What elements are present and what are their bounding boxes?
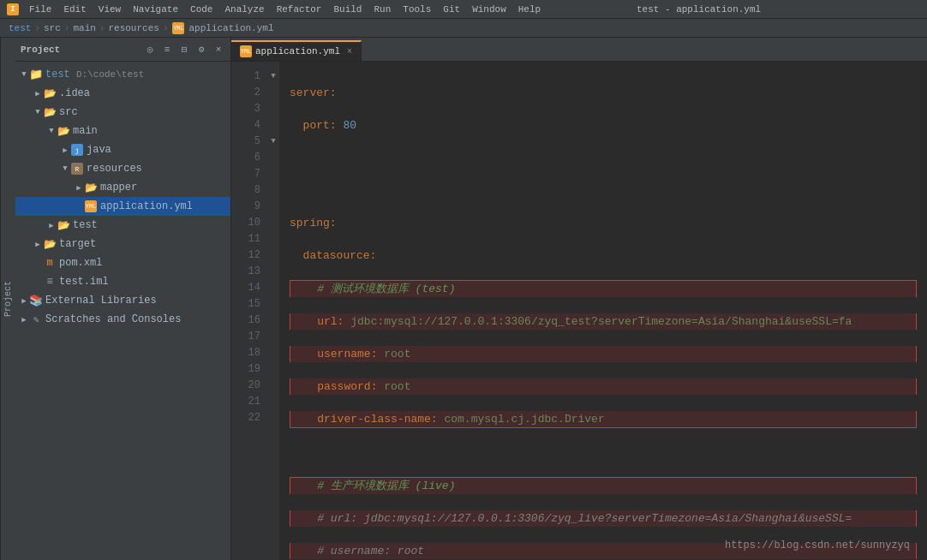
breadcrumb-main[interactable]: main <box>73 23 95 33</box>
menu-refactor[interactable]: Refactor <box>272 3 327 15</box>
sidebar-close-btn[interactable]: × <box>212 43 225 57</box>
sidebar-settings-btn[interactable]: ⚙ <box>194 43 208 57</box>
folder-icon: 📂 <box>57 124 70 138</box>
menu-build[interactable]: Build <box>328 3 367 15</box>
res-folder-icon: R <box>70 162 84 176</box>
sidebar-item-test-folder[interactable]: ▶ 📂 test <box>15 216 230 235</box>
sidebar-locate-btn[interactable]: ◎ <box>143 43 157 57</box>
breadcrumb: test › src › main › resources › YML appl… <box>0 19 927 38</box>
titlebar: I File Edit View Navigate Code Analyze R… <box>0 0 927 19</box>
code-line-12 <box>290 444 917 461</box>
menu-help[interactable]: Help <box>513 3 546 15</box>
arrow-icon: ▶ <box>46 220 57 230</box>
arrow-icon: ▶ <box>33 88 43 98</box>
gutter: ▼ ▼ <box>267 62 279 560</box>
project-panel-label[interactable]: Project <box>0 38 15 560</box>
folder-icon: 📂 <box>43 105 57 119</box>
sidebar-title: Project <box>21 45 140 55</box>
folder-icon: 📂 <box>57 218 70 232</box>
folder-icon: 📂 <box>84 181 98 194</box>
arrow-icon: ▼ <box>60 164 70 174</box>
line-numbers: 1 2 3 4 5 6 7 8 9 10 11 12 13 14 15 16 1… <box>231 62 267 560</box>
code-area[interactable]: 1 2 3 4 5 6 7 8 9 10 11 12 13 14 15 16 1… <box>231 62 927 560</box>
breadcrumb-test[interactable]: test <box>9 23 31 33</box>
code-line-1: server: <box>290 85 917 101</box>
menu-tools[interactable]: Tools <box>398 3 436 15</box>
watermark: https://blog.csdn.net/sunnyzyq <box>725 539 910 551</box>
iml-icon: ≡ <box>43 275 57 289</box>
sidebar-item-main[interactable]: ▼ 📂 main <box>15 122 230 140</box>
main-area: Project Project ◎ ≡ ⊟ ⚙ × ▼ 📁 test D:\co… <box>0 38 927 560</box>
breadcrumb-resources[interactable]: resources <box>108 23 158 33</box>
menu-view[interactable]: View <box>93 3 126 15</box>
code-line-14: # url: jdbc:mysql://127.0.0.1:3306/zyq_l… <box>290 510 917 527</box>
menu-file[interactable]: File <box>24 3 57 15</box>
menu-git[interactable]: Git <box>438 3 465 15</box>
breadcrumb-src[interactable]: src <box>44 23 61 33</box>
breadcrumb-file: application.yml <box>188 23 273 33</box>
sidebar-item-external-libraries[interactable]: ▶ 📚 External Libraries <box>15 291 230 310</box>
code-line-4 <box>290 182 917 199</box>
project-icon: 📁 <box>29 68 43 81</box>
code-content[interactable]: server: port: 80 spring: datasource: # 测… <box>279 62 927 560</box>
menu-analyze[interactable]: Analyze <box>219 3 269 15</box>
sidebar-tree: ▼ 📁 test D:\code\test ▶ 📂 .idea ▼ 📂 src <box>15 62 230 560</box>
arrow-icon: ▼ <box>33 107 43 117</box>
tab-application-yml[interactable]: YML application.yml × <box>231 40 362 61</box>
code-line-11: driver-class-name: com.mysql.cj.jdbc.Dri… <box>290 411 917 428</box>
menu-code[interactable]: Code <box>185 3 218 15</box>
java-folder-icon: j <box>70 143 84 157</box>
sidebar-sort-btn[interactable]: ≡ <box>160 43 174 57</box>
editor-panel: YML application.yml × 1 2 3 4 5 6 7 8 9 … <box>231 38 927 560</box>
tab-close-icon[interactable]: × <box>347 47 352 57</box>
code-line-5: spring: <box>290 215 917 231</box>
xml-icon: m <box>43 256 57 270</box>
title-left: I File Edit View Navigate Code Analyze R… <box>7 3 546 15</box>
sidebar-collapse-btn[interactable]: ⊟ <box>177 43 191 57</box>
sidebar-item-test-iml[interactable]: ≡ test.iml <box>15 272 230 291</box>
window-title: test - application.yml <box>637 4 761 15</box>
tab-yml-icon: YML <box>240 45 252 57</box>
yml-icon: YML <box>84 200 98 213</box>
fold-arrow[interactable]: ▼ <box>271 69 275 85</box>
sidebar-item-idea[interactable]: ▶ 📂 .idea <box>15 84 230 103</box>
ext-lib-icon: 📚 <box>29 294 43 307</box>
sidebar-item-mapper[interactable]: ▶ 📂 mapper <box>15 178 230 197</box>
scratch-icon: ✎ <box>29 313 43 326</box>
sidebar-header: Project ◎ ≡ ⊟ ⚙ × <box>15 38 230 62</box>
tab-label: application.yml <box>255 46 340 57</box>
code-line-10: password: root <box>290 378 917 395</box>
app-icon: I <box>7 3 19 15</box>
menu-navigate[interactable]: Navigate <box>128 3 183 15</box>
arrow-icon: ▶ <box>33 239 43 249</box>
sidebar-item-java[interactable]: ▶ j java <box>15 140 230 159</box>
menu-window[interactable]: Window <box>467 3 511 15</box>
code-line-8: url: jdbc:mysql://127.0.0.1:3306/zyq_tes… <box>290 313 917 330</box>
scratches-label: Scratches and Consoles <box>45 313 181 325</box>
code-line-3 <box>290 150 917 166</box>
code-line-9: username: root <box>290 346 917 362</box>
arrow-icon: ▶ <box>19 295 29 306</box>
folder-icon: 📂 <box>43 237 57 251</box>
arrow-icon: ▶ <box>60 145 70 155</box>
code-line-2: port: 80 <box>290 117 917 134</box>
breadcrumb-yml-icon: YML <box>172 22 184 34</box>
arrow-icon: ▼ <box>19 69 29 80</box>
arrow-icon: ▶ <box>19 314 29 325</box>
sidebar-item-application-yml[interactable]: YML application.yml <box>15 197 230 216</box>
fold-arrow[interactable]: ▼ <box>271 134 275 150</box>
sidebar-item-project-root[interactable]: ▼ 📁 test D:\code\test <box>15 65 230 84</box>
code-line-13: # 生产环境数据库 (live) <box>290 477 917 494</box>
sidebar-wrapper: Project Project ◎ ≡ ⊟ ⚙ × ▼ 📁 test D:\co… <box>0 38 231 560</box>
sidebar-item-target[interactable]: ▶ 📂 target <box>15 235 230 253</box>
menu-edit[interactable]: Edit <box>58 3 91 15</box>
sidebar-item-resources[interactable]: ▼ R resources <box>15 159 230 178</box>
menu-run[interactable]: Run <box>368 3 396 15</box>
code-line-7: # 测试环境数据库 (test) <box>290 280 917 297</box>
sidebar-item-src[interactable]: ▼ 📂 src <box>15 103 230 122</box>
sidebar-item-scratches[interactable]: ▶ ✎ Scratches and Consoles <box>15 310 230 329</box>
editor-tabs: YML application.yml × <box>231 38 927 62</box>
arrow-icon: ▶ <box>74 182 84 193</box>
menu-bar: File Edit View Navigate Code Analyze Ref… <box>24 3 546 15</box>
sidebar-item-pom-xml[interactable]: m pom.xml <box>15 253 230 272</box>
